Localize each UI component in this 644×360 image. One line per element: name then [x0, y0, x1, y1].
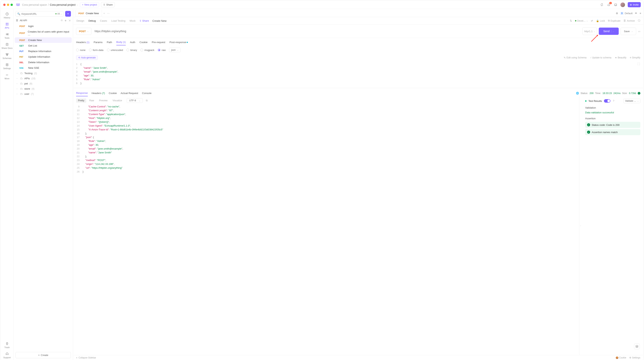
rail-tests[interactable]: Tests	[0, 31, 14, 40]
response-editor[interactable]: 91011121314151617181920212223242526 "Cac…	[73, 105, 579, 355]
encoding-selector[interactable]: UTF-8 ⌵	[127, 98, 143, 103]
body-msgpack[interactable]: msgpack	[140, 49, 154, 51]
collapse-icon[interactable]: ⇲	[68, 19, 70, 22]
body-form-data[interactable]: form-data	[89, 49, 104, 51]
body-binary[interactable]: binary	[126, 49, 137, 51]
new-project-button[interactable]: + New project	[80, 2, 99, 7]
sync-icon[interactable]	[600, 3, 604, 7]
add-api-button[interactable]: +	[65, 11, 71, 17]
url-input[interactable]	[93, 28, 580, 34]
expand-icon[interactable]: ⛶	[638, 62, 640, 66]
subtab-design[interactable]: Design	[76, 18, 84, 23]
req-tab-headers[interactable]: Headers (1)	[76, 39, 89, 45]
update-schema-action[interactable]: ↑ Update to schema	[590, 56, 612, 59]
rail-more[interactable]: ••• More	[0, 71, 14, 81]
api-item[interactable]: PUTReplace Information	[15, 48, 72, 54]
create-button[interactable]: + Create	[16, 352, 71, 358]
invite-button[interactable]: ⊕ Invite	[628, 2, 641, 7]
folder-item[interactable]: ›🗀user(7)	[15, 91, 72, 96]
panel-toggle-icon[interactable]: ›	[580, 96, 582, 355]
tab-create-new[interactable]: POST Create New	[75, 10, 102, 17]
env-indicator[interactable]: Devel… ⌵	[575, 19, 588, 22]
req-tab-body[interactable]: Body (1)	[116, 39, 126, 45]
rail-schemas[interactable]: Schemas	[0, 51, 14, 61]
refresh-icon[interactable]: ⟲	[60, 19, 63, 22]
body-code[interactable]: { "name": "Jane Smith", "email": "jane.s…	[80, 62, 640, 85]
api-item[interactable]: DELDelete Information	[15, 59, 72, 65]
body-editor[interactable]: 123456 { "name": "Jane Smith", "email": …	[73, 61, 644, 88]
environment-selector[interactable]: D Default	[620, 12, 632, 15]
api-item[interactable]: SSENew SSE	[15, 65, 72, 71]
rail-history[interactable]: History	[0, 10, 14, 20]
resp-tab-console[interactable]: Console	[142, 90, 152, 96]
resp-code[interactable]: "Cache-Control": "no-cache", "Content-Le…	[82, 105, 576, 352]
footer-cookie[interactable]: 🍪 Cookie	[616, 356, 626, 359]
archive-action[interactable]: 🗄 Archive	[624, 19, 635, 22]
sort-icon[interactable]: ⇅	[570, 19, 572, 22]
body-raw[interactable]: raw	[158, 49, 166, 51]
subtab-share[interactable]: ⇪ Share	[139, 19, 149, 22]
rail-settings[interactable]: Settings	[0, 61, 14, 71]
folder-item[interactable]: ›🗀store(4)	[15, 86, 72, 91]
api-item[interactable]: PATUpdate Information	[15, 54, 72, 59]
edit-schema-action[interactable]: ✎ Edit using Schema	[564, 56, 586, 59]
view-preview[interactable]: Preview	[97, 98, 110, 103]
close-window-icon[interactable]	[3, 4, 6, 6]
protocol-selector[interactable]: http/1.1 ⌵	[582, 27, 597, 35]
window-controls[interactable]	[3, 4, 13, 6]
notifications-icon[interactable]: 2	[606, 3, 611, 7]
help-icon[interactable]: ？	[612, 99, 615, 103]
body-none[interactable]: none	[76, 49, 86, 51]
api-item[interactable]: GETGet List	[15, 43, 72, 48]
api-item[interactable]: POSTCreates list of users with given inp…	[15, 29, 72, 37]
simplify-action[interactable]: ≡ Simplify	[630, 56, 640, 59]
resp-tab-actual[interactable]: Actual Request	[120, 90, 138, 96]
layout-icon[interactable]	[634, 344, 640, 349]
view-visualize[interactable]: Visualize	[110, 98, 124, 103]
gear-icon[interactable]: ⚙	[616, 12, 618, 15]
resp-tab-headers[interactable]: Headers (7)	[92, 90, 105, 96]
api-item[interactable]: POSTlogin	[15, 23, 72, 29]
method-selector[interactable]: POST ⌵	[76, 28, 92, 35]
search-filter[interactable]: All ⌵	[56, 12, 62, 15]
breadcrumb-space[interactable]: Cora personal space	[22, 3, 47, 6]
view-pretty[interactable]: Pretty	[76, 98, 86, 103]
subtab-mock[interactable]: Mock	[129, 18, 136, 23]
minimize-window-icon[interactable]	[7, 4, 9, 6]
req-tab-cookie[interactable]: Cookie	[140, 39, 148, 45]
beautify-action[interactable]: ✦ Beautify	[615, 56, 626, 59]
view-raw[interactable]: Raw	[88, 98, 96, 103]
folder-item[interactable]: ›🗀Testing(2)	[15, 71, 72, 76]
maximize-window-icon[interactable]	[10, 4, 13, 6]
folder-item[interactable]: ›🗀APIs(10)	[15, 76, 72, 81]
footer-settings[interactable]: ⚙ Settings	[629, 356, 640, 359]
avatar[interactable]	[620, 2, 625, 7]
body-urlencoded[interactable]: urlencoded	[107, 49, 123, 51]
subtab-cases[interactable]: Cases	[100, 18, 108, 23]
auto-generate-button[interactable]: ⟲ Auto-generate	[76, 55, 98, 60]
rail-trash[interactable]: Trash	[0, 340, 14, 350]
req-tab-auth[interactable]: Auth	[130, 39, 135, 45]
api-item[interactable]: POSTCreate New	[15, 37, 72, 43]
inbox-icon[interactable]	[614, 3, 618, 7]
search-input[interactable]	[22, 12, 54, 15]
rail-share-docs[interactable]: Share Docs	[0, 41, 14, 51]
send-button[interactable]: Send ⌵	[599, 27, 619, 35]
duplicate-action[interactable]: ⧉ Duplicate	[608, 19, 620, 22]
req-tab-pre[interactable]: Pre-request	[152, 39, 166, 45]
save-button[interactable]: Save ⌵	[620, 27, 636, 35]
tab-menu-icon[interactable]: ⋯	[107, 12, 110, 15]
subtab-load[interactable]: Load Testing	[111, 18, 126, 23]
subtab-debug[interactable]: Debug	[88, 18, 96, 23]
resp-tab-response[interactable]: Response	[76, 90, 88, 96]
breadcrumb-project[interactable]: Cora personal project	[50, 3, 76, 6]
list-icon[interactable]: ≡	[640, 12, 641, 15]
info-icon[interactable]: ⓘ	[638, 19, 640, 22]
add-tab-icon[interactable]: +	[104, 12, 105, 15]
share-button[interactable]: ⇪ Share	[101, 2, 114, 7]
resp-tab-cookie[interactable]: Cookie	[109, 90, 117, 96]
lock-action[interactable]: 🔒 Lock	[596, 19, 605, 22]
locate-icon[interactable]: ◈	[64, 19, 66, 22]
bookmark-icon[interactable]: ▭	[638, 30, 640, 33]
req-tab-path[interactable]: Path	[107, 39, 112, 45]
